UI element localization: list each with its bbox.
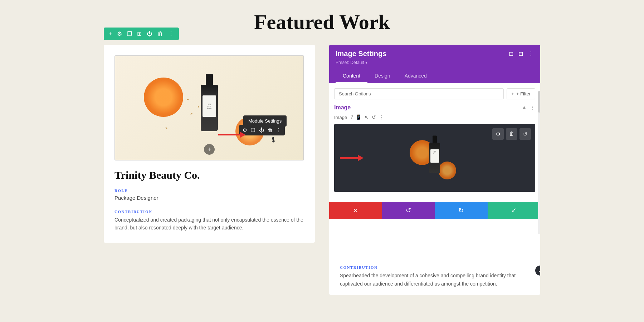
module-toolbar: + ⚙ ❐ ⊞ ⏻ 🗑 ⋮ <box>104 28 179 40</box>
tab-design[interactable]: Design <box>367 69 397 83</box>
settings-tabs: Content Design Advanced <box>336 69 534 83</box>
bottle-product: DIVIprimebeauty <box>201 85 218 131</box>
settings-title: Image Settings <box>336 50 386 58</box>
more-tool-icon[interactable]: ⋮ <box>168 30 174 37</box>
filter-button[interactable]: + + Filter <box>507 88 535 99</box>
redo-button[interactable]: ↻ <box>435 202 488 219</box>
grid-tool-icon[interactable]: ⊞ <box>137 30 142 37</box>
preview-bottle: DIVIprime <box>429 143 440 173</box>
preview-undo-btn[interactable]: ↺ <box>519 128 531 140</box>
content-area: + ⚙ ❐ ⊞ ⏻ 🗑 ⋮ Module Settings ⚙ ❐ ⏻ <box>0 45 644 295</box>
preview-delete-btn[interactable]: 🗑 <box>506 128 517 140</box>
settings-preset[interactable]: Preset: Default ▾ <box>336 60 534 65</box>
tab-advanced[interactable]: Advanced <box>397 69 434 83</box>
section-more-icon[interactable]: ⋮ <box>530 105 535 111</box>
contribution-text: Conceptualized and created packaging tha… <box>114 216 304 232</box>
left-card: Module Settings ⚙ ❐ ⏻ 🗑 ⋮ ⬇ <box>104 45 315 243</box>
mobile-icon[interactable]: 📱 <box>356 114 362 120</box>
duplicate-tool-icon[interactable]: ❐ <box>127 30 132 37</box>
image-options-label: Image <box>334 115 347 120</box>
image-preview-area: DIVIprime ⚙ 🗑 ↺ <box>334 124 535 192</box>
settings-header-icons: ⊡ ⊟ ⋮ <box>509 50 534 57</box>
settings-header: Image Settings ⊡ ⊟ ⋮ Preset: Default ▾ C… <box>329 45 540 83</box>
add-tool-icon[interactable]: + <box>109 31 112 37</box>
image-options-row: Image ? 📱 ↖ ↺ ⋮ <box>334 114 535 120</box>
image-options-icons: ? 📱 ↖ ↺ ⋮ <box>351 114 384 120</box>
cursor-icon[interactable]: ↖ <box>365 114 369 120</box>
contribution-label: CONTRIBUTION <box>114 209 304 214</box>
right-card-bottom-content: CONTRIBUTION Spearheaded the development… <box>329 258 540 295</box>
left-card-wrapper: + ⚙ ❐ ⊞ ⏻ 🗑 ⋮ Module Settings ⚙ ❐ ⏻ <box>104 45 315 295</box>
right-contribution-text: Spearheaded the development of a cohesiv… <box>340 272 530 288</box>
settings-resize-icon[interactable]: ⊡ <box>509 50 513 57</box>
right-contribution-label: CONTRIBUTION <box>340 265 530 269</box>
panel-scrollbar[interactable] <box>538 91 540 234</box>
rotate-icon[interactable]: ↺ <box>372 114 376 120</box>
image-section-icons: ▲ ⋮ <box>522 105 535 111</box>
product-image: DIVIprimebeauty + <box>115 56 303 160</box>
image-inline-toolbar: ⚙ ❐ ⏻ 🗑 ⋮ <box>239 125 285 135</box>
settings-panel: Image Settings ⊡ ⊟ ⋮ Preset: Default ▾ C… <box>329 45 540 295</box>
options-more-icon[interactable]: ⋮ <box>379 114 384 120</box>
page-container: Featured Work + ⚙ ❐ ⊞ ⏻ 🗑 ⋮ Module Setti… <box>0 0 644 322</box>
settings-body: + + Filter Image ▲ ⋮ <box>329 83 540 202</box>
preview-settings-btn[interactable]: ⚙ <box>492 128 504 140</box>
help-icon[interactable]: ? <box>351 114 353 120</box>
preview-toolbar: ⚙ 🗑 ↺ <box>492 128 531 140</box>
red-arrow-left <box>218 132 245 138</box>
settings-tool-icon[interactable]: ⚙ <box>117 30 122 37</box>
confirm-button[interactable]: ✓ <box>488 202 541 219</box>
image-section-header: Image ▲ ⋮ <box>334 104 535 111</box>
action-buttons: ✕ ↺ ↻ ✓ <box>329 202 540 219</box>
search-filter-row: + + Filter <box>334 88 535 99</box>
cancel-button[interactable]: ✕ <box>329 202 382 219</box>
right-card: Image Settings ⊡ ⊟ ⋮ Preset: Default ▾ C… <box>329 45 540 295</box>
undo-button[interactable]: ↺ <box>382 202 435 219</box>
delete-tool-icon[interactable]: 🗑 <box>157 31 163 37</box>
role-value: Package Designer <box>114 195 304 201</box>
page-title: Featured Work <box>0 0 644 45</box>
scrollbar-thumb <box>538 91 540 113</box>
power-tool-icon[interactable]: ⏻ <box>147 31 152 37</box>
image-delete-icon[interactable]: 🗑 <box>268 128 273 133</box>
preview-product-container: DIVIprime <box>402 129 467 187</box>
image-duplicate-icon[interactable]: ❐ <box>251 127 255 133</box>
search-options-input[interactable] <box>334 88 504 99</box>
red-arrow-right <box>340 155 364 161</box>
image-more-icon[interactable]: ⋮ <box>276 127 281 133</box>
filter-plus-icon: + <box>511 91 514 96</box>
tab-content[interactable]: Content <box>336 69 367 83</box>
collapse-icon[interactable]: ▲ <box>522 105 527 110</box>
settings-columns-icon[interactable]: ⊟ <box>518 50 523 57</box>
image-section-title: Image <box>334 104 351 111</box>
settings-header-top: Image Settings ⊡ ⊟ ⋮ <box>336 50 534 58</box>
right-card-wrapper: Image Settings ⊡ ⊟ ⋮ Preset: Default ▾ C… <box>329 45 540 295</box>
image-plus-button[interactable]: + <box>204 144 215 155</box>
role-label: ROLE <box>114 188 304 193</box>
preview-orange-2 <box>438 162 456 179</box>
settings-more-icon[interactable]: ⋮ <box>528 50 534 57</box>
module-settings-tooltip: Module Settings <box>243 115 287 127</box>
card-title: Trinity Beauty Co. <box>114 169 304 181</box>
orange-slice-decoration <box>144 78 183 117</box>
product-image-container: DIVIprimebeauty + <box>114 55 304 160</box>
